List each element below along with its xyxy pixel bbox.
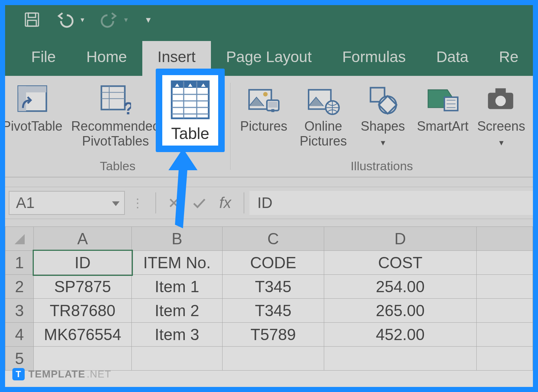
tab-page-layout[interactable]: Page Layout bbox=[211, 41, 327, 76]
redo-button[interactable] bbox=[99, 11, 119, 28]
online-pictures-button[interactable]: Online Pictures bbox=[298, 79, 349, 149]
cell-c1[interactable]: CODE bbox=[223, 251, 324, 275]
watermark-brand: TEMPLATE bbox=[28, 368, 85, 380]
cell[interactable]: 265.00 bbox=[324, 299, 477, 323]
formula-options-icon[interactable]: ⋮ bbox=[125, 196, 150, 210]
undo-dropdown-icon[interactable]: ▾ bbox=[81, 15, 84, 24]
pivot-table-button[interactable]: PivotTable bbox=[5, 79, 62, 149]
qat-customize-icon[interactable]: ▾ bbox=[146, 14, 151, 25]
cell[interactable] bbox=[223, 347, 324, 371]
recommended-pivot-icon: ? bbox=[100, 85, 131, 116]
name-box-value: A1 bbox=[16, 194, 34, 212]
group-label-illustrations: Illustrations bbox=[351, 159, 413, 175]
col-header-a[interactable]: A bbox=[34, 227, 132, 251]
select-all-corner[interactable] bbox=[5, 227, 34, 251]
cell[interactable] bbox=[477, 323, 533, 347]
tab-review-partial[interactable]: Re bbox=[484, 41, 533, 76]
row-header-2[interactable]: 2 bbox=[5, 275, 34, 299]
cell[interactable]: T345 bbox=[223, 299, 324, 323]
row-header-5[interactable]: 5 bbox=[5, 347, 34, 371]
name-box-dropdown-icon[interactable] bbox=[111, 194, 121, 212]
ribbon-group-illustrations: Pictures Online Pictures bbox=[231, 76, 533, 177]
svg-text:?: ? bbox=[123, 99, 131, 116]
smartart-button[interactable]: SmartArt bbox=[417, 79, 469, 149]
row-header-3[interactable]: 3 bbox=[5, 299, 34, 323]
watermark-logo-icon: T bbox=[12, 368, 25, 380]
name-box[interactable]: A1 bbox=[9, 191, 125, 215]
cell[interactable] bbox=[477, 299, 533, 323]
watermark-suffix: .NET bbox=[87, 368, 111, 380]
cell[interactable]: MK676554 bbox=[34, 323, 132, 347]
cell-b1[interactable]: ITEM No. bbox=[132, 251, 223, 275]
cancel-formula-button[interactable] bbox=[161, 197, 187, 209]
screenshot-label: Screens▾ bbox=[477, 119, 525, 149]
smartart-icon bbox=[427, 85, 459, 116]
cell[interactable] bbox=[477, 275, 533, 299]
quick-access-toolbar: ▾ ▾ ▾ bbox=[5, 5, 533, 34]
tab-home[interactable]: Home bbox=[71, 41, 142, 76]
cell[interactable] bbox=[34, 347, 132, 371]
redo-dropdown-icon[interactable]: ▾ bbox=[124, 15, 128, 24]
table-row: 3 TR87680 Item 2 T345 265.00 bbox=[5, 299, 533, 323]
row-header-4[interactable]: 4 bbox=[5, 323, 34, 347]
svg-rect-1 bbox=[28, 13, 36, 17]
cell[interactable] bbox=[324, 347, 477, 371]
tab-formulas[interactable]: Formulas bbox=[327, 41, 421, 76]
cell-a1[interactable]: ID bbox=[34, 251, 132, 275]
shapes-icon bbox=[367, 85, 399, 116]
svg-rect-5 bbox=[18, 86, 46, 92]
save-button[interactable] bbox=[23, 11, 41, 28]
pivot-table-icon bbox=[17, 85, 48, 116]
divider bbox=[155, 192, 156, 213]
svg-rect-2 bbox=[28, 20, 36, 26]
recommended-pivot-button[interactable]: ? Recommended PivotTables bbox=[71, 79, 160, 149]
cell[interactable]: Item 1 bbox=[132, 275, 223, 299]
cell[interactable]: 452.00 bbox=[324, 323, 477, 347]
cell[interactable]: T5789 bbox=[223, 323, 324, 347]
group-label-tables: Tables bbox=[100, 159, 135, 175]
cell-d1[interactable]: COST bbox=[324, 251, 477, 275]
table-icon bbox=[168, 78, 212, 122]
spreadsheet-grid[interactable]: A B C D 1 ID ITEM No. CODE COST 2 SP7875… bbox=[5, 226, 533, 387]
tab-data[interactable]: Data bbox=[421, 41, 484, 76]
pivot-table-label: PivotTable bbox=[5, 119, 62, 134]
save-icon bbox=[23, 11, 41, 28]
col-header-extra[interactable] bbox=[477, 227, 533, 251]
table-row: 4 MK676554 Item 3 T5789 452.00 bbox=[5, 323, 533, 347]
enter-formula-button[interactable] bbox=[187, 197, 212, 209]
cell[interactable]: TR87680 bbox=[34, 299, 132, 323]
online-pictures-icon bbox=[307, 85, 340, 116]
svg-marker-41 bbox=[112, 201, 120, 206]
insert-function-button[interactable]: fx bbox=[219, 194, 231, 212]
x-icon bbox=[168, 197, 180, 209]
redo-icon bbox=[99, 11, 119, 28]
svg-rect-14 bbox=[268, 102, 277, 107]
shapes-button[interactable]: Shapes▾ bbox=[358, 79, 408, 149]
svg-rect-6 bbox=[101, 86, 125, 109]
table-row: 1 ID ITEM No. CODE COST bbox=[5, 251, 533, 275]
cell[interactable] bbox=[477, 347, 533, 371]
col-header-b[interactable]: B bbox=[132, 227, 223, 251]
cell[interactable]: Item 2 bbox=[132, 299, 223, 323]
undo-icon bbox=[55, 11, 76, 28]
cell[interactable] bbox=[477, 251, 533, 275]
screenshot-icon bbox=[485, 85, 518, 116]
col-header-c[interactable]: C bbox=[223, 227, 324, 251]
cell[interactable]: SP7875 bbox=[34, 275, 132, 299]
tab-file[interactable]: File bbox=[16, 41, 71, 76]
ribbon-insert: PivotTable ? Recommended PivotTables bbox=[5, 76, 533, 177]
cell[interactable]: T345 bbox=[223, 275, 324, 299]
undo-button[interactable] bbox=[55, 11, 76, 28]
cell[interactable]: 254.00 bbox=[324, 275, 477, 299]
col-header-d[interactable]: D bbox=[324, 227, 477, 251]
pictures-icon bbox=[248, 85, 280, 116]
cell[interactable] bbox=[132, 347, 223, 371]
screenshot-button[interactable]: Screens▾ bbox=[477, 79, 525, 149]
cell[interactable]: Item 3 bbox=[132, 323, 223, 347]
table-button-highlight[interactable]: Table bbox=[156, 69, 225, 152]
row-header-1[interactable]: 1 bbox=[5, 251, 34, 275]
online-pictures-label: Online Pictures bbox=[300, 119, 347, 149]
pictures-button[interactable]: Pictures bbox=[239, 79, 289, 149]
formula-input[interactable] bbox=[249, 191, 533, 215]
svg-point-12 bbox=[263, 92, 268, 97]
